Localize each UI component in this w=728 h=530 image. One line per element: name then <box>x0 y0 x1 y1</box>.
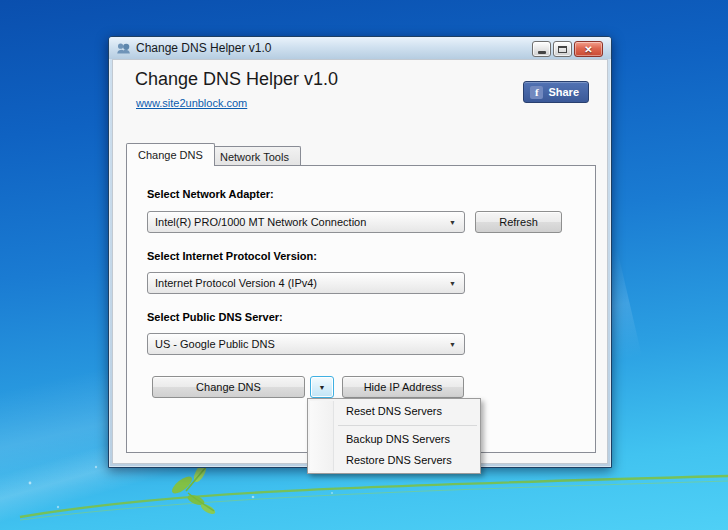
menu-item-restore-dns[interactable]: Restore DNS Servers <box>308 450 480 471</box>
chevron-down-icon: ▼ <box>449 280 456 287</box>
network-adapter-select[interactable]: Intel(R) PRO/1000 MT Network Connection … <box>147 211 465 233</box>
close-button[interactable]: ✕ <box>574 41 603 57</box>
close-icon: ✕ <box>584 44 592 55</box>
hide-ip-button-label: Hide IP Address <box>364 381 443 393</box>
chevron-down-icon: ▼ <box>319 384 326 391</box>
caption-buttons: ✕ <box>532 41 603 57</box>
chevron-down-icon: ▼ <box>449 341 456 348</box>
maximize-button[interactable] <box>553 41 572 57</box>
protocol-version-value: Internet Protocol Version 4 (IPv4) <box>155 277 317 289</box>
menu-item-reset-dns[interactable]: Reset DNS Servers <box>308 401 480 422</box>
dns-server-label: Select Public DNS Server: <box>147 311 283 323</box>
protocol-version-select[interactable]: Internet Protocol Version 4 (IPv4) ▼ <box>147 272 465 294</box>
refresh-button[interactable]: Refresh <box>475 211 562 233</box>
network-adapter-label: Select Network Adapter: <box>147 188 274 200</box>
refresh-button-label: Refresh <box>499 216 538 228</box>
tab-network-tools[interactable]: Network Tools <box>208 146 301 166</box>
app-icon <box>116 42 131 55</box>
facebook-icon: f <box>530 86 543 99</box>
hide-ip-address-button[interactable]: Hide IP Address <box>342 376 464 398</box>
tab-change-dns[interactable]: Change DNS <box>126 143 215 166</box>
page-title: Change DNS Helper v1.0 <box>135 69 338 90</box>
desktop-background: Change DNS Helper v1.0 ✕ Change DNS Help… <box>0 0 728 530</box>
minimize-button[interactable] <box>532 41 551 57</box>
menu-item-backup-dns[interactable]: Backup DNS Servers <box>308 429 480 450</box>
website-link[interactable]: www.site2unblock.com <box>136 97 247 109</box>
minimize-icon <box>538 51 546 54</box>
protocol-version-label: Select Internet Protocol Version: <box>147 250 317 262</box>
window-title: Change DNS Helper v1.0 <box>136 41 271 55</box>
dns-server-value: US - Google Public DNS <box>155 338 275 350</box>
share-button-label: Share <box>548 86 579 98</box>
menu-separator <box>338 425 477 426</box>
dns-actions-popup-menu: Reset DNS Servers Backup DNS Servers Res… <box>307 398 481 474</box>
maximize-icon <box>558 46 567 53</box>
change-dns-split-dropdown-button[interactable]: ▼ <box>310 376 334 398</box>
chevron-down-icon: ▼ <box>449 219 456 226</box>
facebook-share-button[interactable]: f Share <box>523 81 589 103</box>
window-titlebar[interactable]: Change DNS Helper v1.0 ✕ <box>109 37 611 59</box>
change-dns-button-label: Change DNS <box>196 381 261 393</box>
change-dns-button[interactable]: Change DNS <box>152 376 305 398</box>
tab-label: Network Tools <box>220 151 289 163</box>
network-adapter-value: Intel(R) PRO/1000 MT Network Connection <box>155 216 366 228</box>
tab-label: Change DNS <box>138 149 203 161</box>
dns-server-select[interactable]: US - Google Public DNS ▼ <box>147 333 465 355</box>
